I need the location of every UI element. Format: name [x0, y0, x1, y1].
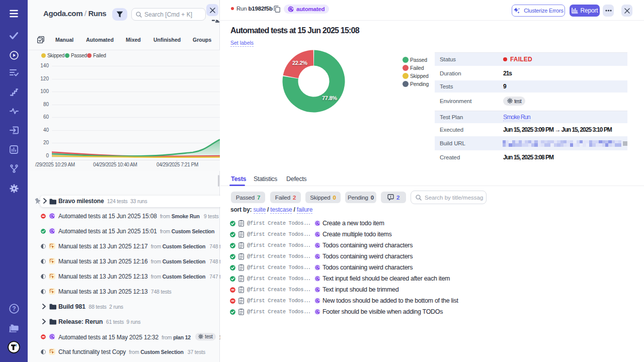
svg-text:?: ?	[12, 305, 16, 312]
